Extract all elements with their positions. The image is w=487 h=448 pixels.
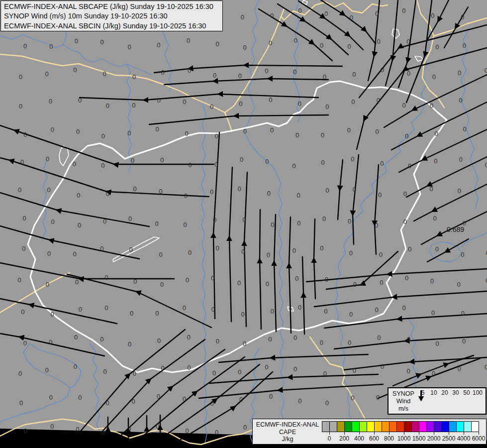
sbcin-value-label: 0 — [49, 338, 52, 346]
sbcin-value-label: 0 — [435, 43, 439, 51]
sbcin-value-label: 0 — [430, 277, 434, 285]
sbcin-value-label: 0 — [49, 394, 53, 401]
sbcin-value-label: 0 — [376, 394, 380, 401]
sbcin-value-label: 0 — [325, 187, 329, 194]
sbcin-value-label: 0 — [435, 245, 439, 253]
sbcin-value-label: 0 — [214, 161, 218, 168]
cape-legend: ECMWF-INDEX-ANAL CAPE J/kg 0200400600800… — [252, 419, 487, 445]
sbcin-value-label: 0 — [379, 251, 383, 258]
wind-legend-label: SYNOP Wind m/s — [390, 390, 417, 413]
sbcin-value-label: 0 — [183, 395, 186, 403]
sbcin-value-label: 0 — [296, 192, 300, 199]
sbcin-value-label: 0 — [128, 43, 131, 51]
title-line-wind: SYNOP Wind (m/s) 10m Sunday 19-10-2025 1… — [4, 11, 219, 21]
wind-speed-label: 50 — [463, 390, 470, 396]
sbcin-value-label: 0 — [457, 281, 461, 288]
sbcin-value-label: 0 — [239, 396, 243, 403]
sbcin-value-label: 0 — [103, 218, 106, 225]
cape-legend-unit: J/kg — [255, 436, 320, 443]
cape-tick-label: 6000 — [468, 435, 487, 442]
wind-speed-item: 100 — [472, 390, 483, 396]
sbcin-value-label: 0 — [381, 66, 384, 74]
sbcin-value-label: 0 — [322, 215, 326, 223]
sbcin-value-label: 0 — [407, 70, 410, 77]
sbcin-value-label: 0 — [351, 98, 355, 106]
sbcin-value-label: 0 — [348, 218, 351, 225]
sbcin-value-label: 0 — [51, 218, 55, 225]
sbcin-value-label: 0 — [214, 132, 218, 140]
title-line-sbcape: ECMWF-INDEX-ANAL SBCAPE (J/kg) Sunday 19… — [4, 2, 219, 11]
cape-color-scale — [322, 421, 479, 432]
sbcin-value-label: 0 — [402, 102, 406, 109]
wind-legend-variable: Wind — [390, 398, 417, 405]
sbcin-value-label: 0 — [324, 308, 327, 315]
sbcin-value-label: 0 — [157, 97, 161, 104]
sbcin-value-label: 0 — [462, 337, 466, 345]
sbcin-value-label: 0 — [23, 427, 27, 435]
sbcin-value-label: 0 — [461, 251, 464, 258]
title-line-sbcin: ECMWF-INDEX-ANAL SBCIN (J/kg) Sunday 19-… — [4, 21, 219, 31]
sbcin-value-label: 0 — [188, 67, 191, 74]
cape-color-swatch — [449, 421, 457, 432]
sbcin-value-label: 0 — [380, 279, 383, 286]
sbcin-value-label: 0 — [215, 429, 218, 436]
sbcin-value-label: 0 — [159, 251, 162, 258]
sbcin-value-label: 0 — [75, 37, 78, 45]
sbcin-value-label: 0 — [157, 393, 160, 400]
cape-color-swatch — [352, 421, 360, 432]
sbcin-value-label: 0 — [23, 131, 27, 138]
sbcin-value-label: 0 — [434, 130, 438, 137]
sbcin-value-label: 0 — [485, 67, 487, 74]
sbcin-value-label: 0 — [132, 102, 135, 109]
sbcin-value-label: 0 — [402, 304, 406, 312]
sbcin-value-label: 0 — [375, 306, 379, 314]
sbcin-value-label: 0 — [239, 100, 242, 108]
sbcin-value-label: 0 — [298, 7, 301, 14]
sbcin-value-label: 0 — [351, 394, 354, 402]
sbcin-value-label: 0 — [73, 66, 77, 74]
cape-tick-mark — [404, 432, 404, 435]
sbcin-value-label: 0 — [100, 245, 103, 252]
cape-color-swatch — [426, 421, 434, 432]
sbcin-value-label: 0 — [155, 125, 159, 133]
cape-tick-mark — [479, 432, 479, 435]
sbcin-value-label: 0 — [378, 191, 382, 199]
sbcin-value-label: 0 — [241, 248, 245, 255]
cape-color-swatch — [434, 421, 442, 432]
cape-color-swatch — [337, 421, 345, 432]
sbcin-value-label: 0 — [377, 334, 381, 341]
wind-speed-item: 50 — [461, 390, 472, 396]
sbcin-value-label: 0 — [349, 249, 353, 257]
sbcin-value-label: 0 — [160, 156, 164, 164]
sbcin-value-label: 0 — [461, 310, 465, 317]
sbcin-value-label: 0 — [243, 127, 247, 135]
sbcin-value-label: 0 — [127, 425, 131, 433]
sbcin-value-label: 0 — [157, 337, 161, 344]
sbcin-value-label: 0 — [375, 10, 379, 17]
sbcin-value-label: 0 — [237, 279, 241, 287]
cape-color-swatch — [404, 421, 412, 432]
wind-speed-item: 10 — [428, 390, 439, 396]
sbcin-value-label: 0 — [78, 97, 82, 104]
sbcin-value-label: 0 — [127, 129, 131, 137]
sbcin-value-label: 0 — [238, 368, 241, 376]
sbcin-value-label: 0 — [298, 397, 301, 405]
sbcin-value-label: 0 — [406, 38, 410, 45]
sbcin-value-label: 0 — [461, 13, 464, 21]
sbcin-value-label: 0 — [434, 157, 437, 165]
sbcin-value-label: 0 — [19, 399, 23, 407]
sbcin-value-label: 0 — [270, 308, 274, 315]
cape-color-swatch — [329, 421, 337, 432]
wind-speed-label: 10 — [430, 390, 437, 396]
sbcin-value-label: 0 — [405, 274, 408, 282]
sbcin-value-label: 0 — [183, 304, 186, 312]
sbcin-value-label: 0 — [433, 215, 436, 222]
sbcin-value-label: 0 — [485, 161, 487, 169]
wind-speed-label: 30 — [452, 390, 459, 396]
sbcin-value-label: 0 — [20, 158, 24, 166]
sbcin-value-label: 0 — [22, 215, 26, 222]
sbcin-value-label: 0 — [266, 280, 269, 288]
sbcin-value-label: 0 — [155, 310, 159, 317]
cape-color-swatch — [382, 421, 390, 432]
sbcin-value-label: 0 — [101, 429, 104, 437]
